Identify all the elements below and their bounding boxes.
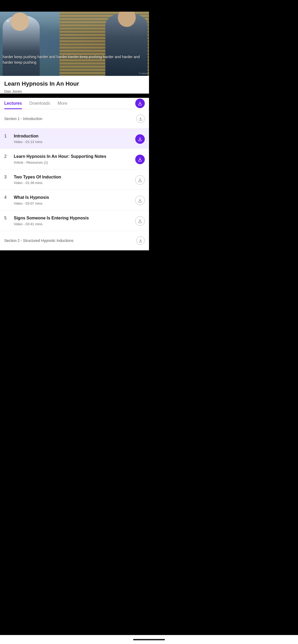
- lecture-2-number: 2: [4, 154, 12, 159]
- lecture-5-action[interactable]: [135, 216, 145, 226]
- video-right-half: [75, 12, 149, 76]
- lecture-item-3[interactable]: 3 Two Types Of Induction Video - 01:39 m…: [0, 169, 149, 190]
- course-title: Learn Hypnosis In An Hour: [4, 80, 145, 88]
- global-download-button[interactable]: [135, 99, 145, 108]
- lecture-4-number: 4: [4, 195, 12, 200]
- lecture-4-title: What Is Hypnosis: [14, 195, 132, 200]
- lectures-list: Section 1 - Introduction 1 Introduction …: [0, 109, 149, 250]
- section-1-label: Section 1 - Introduction: [4, 117, 42, 121]
- lecture-3-action[interactable]: [135, 175, 145, 185]
- lecture-3-download-icon: [138, 178, 142, 182]
- video-left-half: [0, 12, 82, 76]
- lecture-2-download-button[interactable]: [135, 155, 145, 164]
- lecture-5-title: Signs Someone Is Entering Hypnosis: [14, 215, 132, 221]
- lecture-4-details: What Is Hypnosis Video - 03:07 mins: [14, 195, 132, 205]
- lecture-4-meta: Video - 03:07 mins: [14, 201, 132, 205]
- collapse-button[interactable]: [4, 17, 12, 25]
- lecture-item-2[interactable]: 2 Learn Hypnosis In An Hour: Supporting …: [0, 149, 149, 169]
- lecture-2-title: Learn Hypnosis In An Hour: Supporting No…: [14, 154, 132, 159]
- section-2-header: Section 2 - Structured Hypnotic Inductio…: [0, 231, 149, 250]
- download-icon: [138, 101, 142, 106]
- lecture-item-4[interactable]: 4 What Is Hypnosis Video - 03:07 mins: [0, 190, 149, 210]
- lecture-5-details: Signs Someone Is Entering Hypnosis Video…: [14, 215, 132, 226]
- status-bar: [0, 0, 149, 12]
- video-subtitle: harder keep pushing harder and harder ha…: [3, 54, 146, 65]
- lecture-5-number: 5: [4, 216, 12, 220]
- lecture-5-download-icon: [138, 219, 142, 223]
- lecture-4-download-icon: [138, 198, 142, 203]
- lecture-4-download-button[interactable]: [135, 196, 145, 205]
- lecture-5-meta: Video - 03:41 mins: [14, 222, 132, 226]
- lecture-1-action[interactable]: [135, 134, 145, 144]
- lecture-5-download-button[interactable]: [135, 216, 145, 226]
- lecture-item-5[interactable]: 5 Signs Someone Is Entering Hypnosis Vid…: [0, 210, 149, 231]
- lecture-4-action[interactable]: [135, 196, 145, 205]
- section-1-download-button[interactable]: [136, 114, 145, 123]
- lecture-3-meta: Video - 01:39 mins: [14, 181, 132, 185]
- person-left-head: [11, 12, 29, 31]
- video-player[interactable]: harder keep pushing harder and harder ha…: [0, 12, 149, 76]
- lecture-2-details: Learn Hypnosis In An Hour: Supporting No…: [14, 154, 132, 164]
- lecture-3-number: 3: [4, 175, 12, 180]
- section-2-download-button[interactable]: [136, 236, 145, 245]
- tab-more[interactable]: More: [58, 98, 67, 109]
- lecture-2-action[interactable]: [135, 155, 145, 164]
- tabs-bar: Lectures Downloads More: [0, 98, 149, 109]
- video-watermark: © Udemy: [139, 72, 148, 75]
- lecture-3-details: Two Types Of Induction Video - 01:39 min…: [14, 174, 132, 185]
- lecture-item-1[interactable]: 1 Introduction Video - 01:13 mins: [0, 128, 149, 149]
- lecture-1-details: Introduction Video - 01:13 mins: [14, 133, 132, 144]
- lecture-1-download-button[interactable]: [135, 134, 145, 144]
- section-2-label: Section 2 - Structured Hypnotic Inductio…: [4, 238, 73, 243]
- section-1-download-icon: [138, 117, 143, 121]
- lecture-2-download-icon: [138, 157, 142, 162]
- lecture-2-meta: Article - Resources (1): [14, 160, 132, 164]
- chevron-down-icon: [5, 18, 11, 24]
- course-info-section: Learn Hypnosis In An Hour Dan Jones: [0, 76, 149, 94]
- course-author: Dan Jones: [4, 89, 145, 94]
- section-1-header: Section 1 - Introduction: [0, 109, 149, 128]
- lecture-1-title: Introduction: [14, 133, 132, 139]
- lecture-1-meta: Video - 01:13 mins: [14, 140, 132, 144]
- lecture-3-download-button[interactable]: [135, 175, 145, 185]
- lecture-3-title: Two Types Of Induction: [14, 174, 132, 180]
- section-2-download-icon: [138, 238, 143, 243]
- lecture-1-download-icon: [138, 137, 142, 141]
- tab-downloads[interactable]: Downloads: [29, 98, 50, 109]
- lecture-1-number: 1: [4, 134, 12, 139]
- tab-lectures[interactable]: Lectures: [4, 98, 22, 109]
